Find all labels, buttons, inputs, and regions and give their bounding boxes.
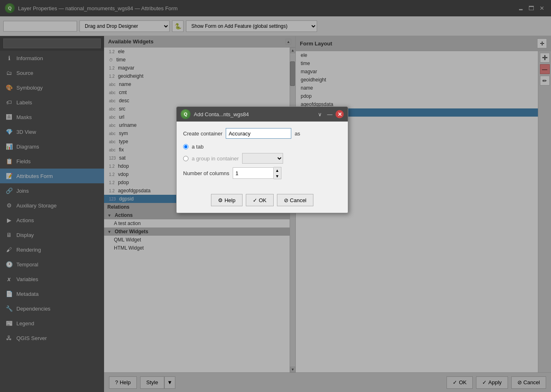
radio-tab-row: a tab <box>183 144 341 150</box>
dialog-dropdown-button[interactable]: ∨ <box>316 110 324 118</box>
dialog-close-button[interactable]: ✕ <box>336 110 344 118</box>
dialog-footer: ⚙ Help ✓ OK ⊘ Cancel <box>177 191 348 213</box>
columns-input-container: ▲ ▼ <box>233 167 281 179</box>
columns-label: Number of columns <box>183 170 229 176</box>
as-label: as <box>295 131 300 137</box>
radio-group[interactable] <box>183 156 188 161</box>
dialog-ok-button[interactable]: ✓ OK <box>246 194 274 206</box>
columns-increment[interactable]: ▲ <box>274 167 281 173</box>
dialog-cancel-icon: ⊘ <box>284 197 288 203</box>
dialog-app-icon: Q <box>181 109 190 119</box>
radio-group-label: a group in container <box>192 155 239 162</box>
dialog-help-button[interactable]: ⚙ Help <box>211 194 243 206</box>
container-name-input[interactable] <box>226 128 291 139</box>
columns-decrement[interactable]: ▼ <box>274 173 281 179</box>
container-name-row: Create container as <box>183 128 341 139</box>
radio-group-row: a group in container <box>183 153 341 164</box>
dialog-cancel-button[interactable]: ⊘ Cancel <box>277 194 313 206</box>
columns-input[interactable] <box>233 167 274 179</box>
create-container-label: Create container <box>183 131 222 137</box>
columns-row: Number of columns ▲ ▼ <box>183 167 341 179</box>
add-container-dialog: Q Add Conta...nts_wgs84 ∨ — ✕ Create con… <box>176 106 348 213</box>
radio-tab[interactable] <box>183 144 188 149</box>
dialog-title: Add Conta...nts_wgs84 <box>194 111 249 117</box>
columns-spinner: ▲ ▼ <box>274 167 281 179</box>
dialog-minimize-button[interactable]: — <box>326 110 334 118</box>
dialog-help-icon: ⚙ <box>218 197 223 203</box>
radio-tab-label: a tab <box>192 144 204 150</box>
dialog-content: Create container as a tab a group in con… <box>177 122 348 191</box>
group-container-dropdown[interactable] <box>242 153 283 164</box>
dialog-ok-icon: ✓ <box>253 197 257 203</box>
dialog-titlebar: Q Add Conta...nts_wgs84 ∨ — ✕ <box>177 107 348 122</box>
